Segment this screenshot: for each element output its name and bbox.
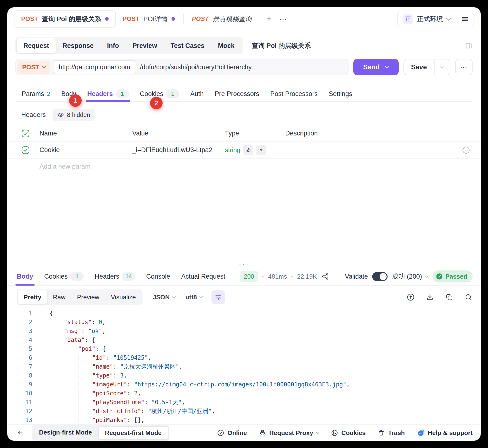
chevron-down-icon [425,274,429,278]
response-tab-actual-request[interactable]: Actual Request [181,268,225,285]
required-toggle-button[interactable]: * [256,145,266,155]
line-number: 12 [7,408,39,415]
export-button[interactable] [407,293,415,301]
code-token: "id" [92,354,106,361]
view-mode-visualize[interactable]: Visualize [105,290,142,304]
encoding-select[interactable]: utf8 [185,294,203,301]
word-wrap-button[interactable] [211,290,225,304]
request-nav-test-cases[interactable]: Test Cases [164,38,211,53]
response-body-editor[interactable]: 1{2"status": 0,3"msg": "ok",4"data": {5"… [7,309,481,424]
request-subtab-headers[interactable]: Headers1 [87,86,129,101]
code-token: : [85,336,92,343]
param-type-label[interactable]: string [225,146,240,154]
line-number: 4 [7,336,39,343]
validate-toggle[interactable] [372,272,388,281]
code-line: 7"name": "京杭大运河杭州景区", [7,362,481,371]
response-tab-body[interactable]: Body [17,268,33,285]
code-content: "data": { [39,336,95,343]
request-nav-response[interactable]: Response [56,38,100,53]
subtab-label: Headers [87,90,113,98]
request-nav-info[interactable]: Info [100,38,126,53]
panel-resize-handle[interactable]: ··· [7,260,481,268]
count-badge: 1 [71,272,83,281]
ellipsis-icon: ⋯ [279,15,287,23]
request-more-button[interactable]: ⋯ [455,59,472,75]
url-link[interactable]: https://dimg04.c-ctrip.com/images/100u1f… [138,381,343,388]
column-name: Name [40,130,132,137]
param-name-cell[interactable]: Cookie [40,146,132,154]
request-proxy-button[interactable]: Request Proxy [259,429,319,437]
share-response-button[interactable] [321,272,329,280]
url-path[interactable]: /dufu/corp/sushi/poi/queryPoiHierarchy [140,64,252,71]
mode-design-first-mode[interactable]: Design-first Mode [33,426,98,439]
send-button[interactable]: Send [353,59,399,75]
indent-guide [50,381,64,388]
validate-result-dropdown[interactable]: 成功 (200) [392,272,428,281]
code-token: "type" [92,372,113,379]
request-subtab-auth[interactable]: Auth [190,86,204,101]
request-nav-row: RequestResponseInfoPreviewTest CasesMock… [16,37,472,55]
select-all-checkbox[interactable] [21,129,31,138]
request-subtab-post-processors[interactable]: Post Processors [270,86,318,101]
copy-icon [445,293,453,301]
view-mode-pretty[interactable]: Pretty [18,290,47,304]
code-text: "type": 3, [92,372,127,379]
environment-box: 正 正式环境 [397,11,474,27]
code-token: "10519425" [113,354,148,361]
chevron-down-icon [446,16,451,21]
search-icon [464,293,472,301]
row-checkbox[interactable] [21,145,31,155]
param-value-cell[interactable]: _i=DFiEuqhLudLwU3-Ltpa2 [132,146,225,154]
code-token: "msg" [64,328,81,335]
remove-row-button[interactable] [462,146,470,154]
download-button[interactable] [426,293,434,301]
response-action-icons [407,293,472,301]
code-content: "imageUrl": "https://dimg04.c-ctrip.com/… [39,381,350,388]
new-tab-button[interactable]: + [262,12,276,26]
request-tab--poi-[interactable]: POST查询 Poi 的层级关系 [14,10,116,28]
proxy-icon [259,429,266,436]
response-tab-headers[interactable]: Headers14 [95,268,135,285]
save-options-button[interactable] [435,59,450,75]
request-nav-request[interactable]: Request [17,38,56,53]
tab-overflow-button[interactable]: ⋯ [276,12,291,26]
response-tab-console[interactable]: Console [146,268,170,285]
response-tab-cookies[interactable]: Cookies1 [44,268,84,285]
request-subtab-settings[interactable]: Settings [329,86,352,101]
method-select[interactable]: POST [17,61,50,74]
tab-label: Actual Request [181,273,225,280]
hidden-headers-button[interactable]: 8 hidden [52,109,95,121]
view-mode-preview[interactable]: Preview [71,290,105,304]
collapse-left-icon [16,429,23,437]
copy-button[interactable] [445,293,453,301]
request-nav-mock[interactable]: Mock [211,38,241,53]
environment-menu-button[interactable] [456,11,473,27]
request-subtab-pre-processors[interactable]: Pre Processors [215,86,259,101]
dynamic-value-button[interactable] [243,145,253,155]
request-subtab-params[interactable]: Params2 [22,86,50,101]
online-status[interactable]: Online [217,429,247,437]
code-line: 12"districtInfo": "杭州/浙江/中国/亚洲", [7,407,481,416]
request-tab-poi-[interactable]: POSTPOI详情 [116,11,182,27]
base-url-pill[interactable]: http://qai.corp.qunar.com [53,60,136,74]
format-select[interactable]: JSON [153,294,175,301]
cookies-button[interactable]: Cookies [331,429,366,437]
url-input-box[interactable]: POST http://qai.corp.qunar.com /dufu/cor… [16,59,348,75]
request-tab--[interactable]: POST景点模糊查询 [185,11,258,27]
save-button[interactable]: Save [404,59,434,75]
code-token: : [141,408,148,415]
add-param-row[interactable]: Add a new param [7,159,481,175]
panel-toggle-button[interactable] [465,42,472,49]
environment-selector[interactable]: 正 正式环境 [398,11,456,27]
help-support-button[interactable]: Help & support [417,429,472,437]
view-mode-raw[interactable]: Raw [47,290,71,304]
response-controls: PrettyRawPreviewVisualize JSON utf8 [17,289,472,305]
request-nav-preview[interactable]: Preview [126,38,164,53]
search-button[interactable] [464,293,472,301]
trash-button[interactable]: Trash [378,429,405,437]
line-number: 2 [7,319,39,326]
collapse-sidebar-button[interactable] [16,429,23,437]
mode-request-first-mode[interactable]: Request-first Mode [98,426,168,440]
indent-guide [78,372,92,379]
indent-guide [64,417,78,424]
